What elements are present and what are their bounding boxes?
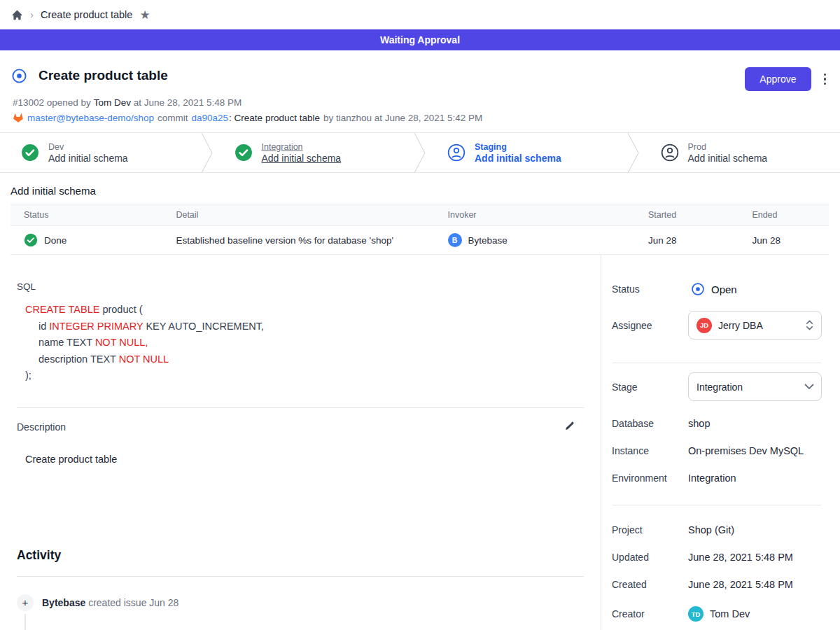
updated-label: Updated — [612, 552, 688, 563]
environment-label: Environment — [612, 472, 688, 484]
environment-row: Environment Integration — [612, 472, 822, 484]
issue-id-opened: #13002 opened by — [13, 97, 91, 108]
activity-actor: Bytebase — [42, 597, 85, 608]
task-invoker-text: Bytebase — [468, 235, 507, 246]
stage-task-label: Add initial schema — [688, 153, 768, 164]
activity-action: created issue Jun 28 — [88, 597, 178, 608]
task-ended-text: Jun 28 — [738, 226, 829, 255]
section-divider — [17, 407, 584, 408]
commit-hash-link[interactable]: da90a25 — [192, 113, 229, 123]
col-status: Status — [10, 204, 162, 226]
assignee-avatar: JD — [696, 318, 712, 333]
creator-value: Tom Dev — [710, 608, 750, 620]
stage-task-label: Add initial schema — [262, 153, 342, 164]
stage-done-check-icon — [21, 144, 39, 162]
task-panel: Add initial schema Status Detail Invoker… — [0, 173, 840, 255]
approval-banner: Waiting Approval — [0, 29, 840, 50]
updated-value: June 28, 2021 5:48 PM — [688, 552, 793, 563]
assignee-select[interactable]: JD Jerry DBA — [688, 311, 822, 340]
stage-pending-user-icon — [447, 144, 465, 162]
creator-label: Creator — [612, 608, 688, 620]
project-label: Project — [612, 524, 688, 536]
status-row: Status Open — [612, 282, 822, 296]
task-table-row: Done Established baseline version %s for… — [10, 226, 829, 255]
issue-author: Tom Dev — [94, 97, 131, 108]
col-started: Started — [635, 204, 738, 226]
assignee-value: Jerry DBA — [718, 320, 763, 331]
task-detail-text: Established baseline version %s for data… — [162, 226, 434, 255]
database-value: shop — [688, 418, 710, 429]
breadcrumb-current: Create product table — [41, 9, 132, 20]
created-label: Created — [612, 579, 688, 590]
home-icon[interactable] — [11, 9, 23, 21]
created-value: June 28, 2021 5:48 PM — [688, 579, 793, 590]
sidebar-divider — [612, 363, 822, 363]
sql-label: SQL — [17, 281, 584, 292]
stage-done-check-icon — [234, 144, 253, 162]
assignee-row: Assignee JD Jerry DBA — [612, 311, 822, 340]
stage-row: Stage Integration — [612, 372, 822, 401]
edit-pencil-icon[interactable] — [564, 420, 575, 435]
stage-task-label: Add initial schema — [48, 153, 128, 164]
sidebar-divider — [612, 505, 822, 505]
instance-row: Instance On-premises Dev MySQL — [612, 445, 822, 456]
stage-env-label: Dev — [48, 142, 128, 152]
activity-divider — [17, 576, 584, 577]
issue-opened-at: at June 28, 2021 5:48 PM — [134, 97, 242, 108]
pipeline-stage-integration[interactable]: Integration Add initial schema — [214, 133, 414, 172]
environment-value: Integration — [688, 472, 736, 484]
gitlab-icon — [13, 113, 24, 123]
commit-byline: by tianzhou at June 28, 2021 5:42 PM — [323, 113, 482, 123]
pipeline-stage-bar: Dev Add initial schema Integration Add i… — [0, 132, 840, 173]
chevron-down-icon — [804, 384, 814, 390]
issue-open-status-icon — [11, 68, 27, 84]
instance-label: Instance — [612, 445, 688, 456]
commit-label: commit — [158, 113, 188, 123]
page-title: Create product table — [38, 68, 168, 83]
created-row: Created June 28, 2021 5:48 PM — [612, 579, 822, 590]
activity-item: + Bytebase created issue Jun 28 — [17, 594, 584, 611]
plus-icon: + — [17, 594, 34, 611]
stage-separator — [627, 133, 640, 173]
issue-sidebar: Status Open Assignee JD Jerry DBA — [601, 255, 840, 630]
instance-value: On-premises Dev MySQL — [688, 445, 804, 456]
col-ended: Ended — [738, 204, 829, 226]
issue-header: Create product table Approve #13002 open… — [0, 50, 840, 132]
task-started-text: Jun 28 — [635, 226, 738, 255]
stage-separator — [414, 133, 426, 173]
stage-separator — [201, 133, 214, 173]
stage-env-label: Prod — [688, 142, 768, 152]
pipeline-stage-prod[interactable]: Prod Add initial schema — [640, 133, 840, 172]
commit-message: : Create product table — [229, 113, 320, 123]
database-label: Database — [612, 418, 688, 429]
status-open-icon — [691, 282, 705, 296]
task-table-header-row: Status Detail Invoker Started Ended — [10, 204, 829, 226]
stage-env-label: Integration — [262, 142, 342, 152]
sql-code: CREATE TABLE product (id INTEGER PRIMARY… — [25, 302, 584, 384]
issue-meta: #13002 opened by Tom Dev at June 28, 202… — [13, 97, 829, 108]
pipeline-stage-staging[interactable]: Staging Add initial schema — [426, 133, 627, 172]
assignee-label: Assignee — [612, 320, 688, 331]
kebab-menu-icon[interactable] — [821, 71, 830, 88]
stage-label: Stage — [612, 382, 688, 393]
project-row: Project Shop (Git) — [612, 524, 822, 536]
approve-button[interactable]: Approve — [745, 67, 811, 91]
project-value: Shop (Git) — [688, 524, 734, 536]
col-invoker: Invoker — [435, 204, 635, 226]
main-panel: SQL CREATE TABLE product (id INTEGER PRI… — [0, 255, 601, 630]
stage-env-label: Staging — [475, 142, 561, 152]
breadcrumb: › Create product table ★ — [0, 0, 840, 29]
stage-value: Integration — [696, 382, 743, 393]
app-window: › Create product table ★ Waiting Approva… — [0, 0, 840, 630]
commit-ref-link[interactable]: master@bytebase-demo/shop — [27, 113, 154, 123]
status-label: Status — [612, 284, 688, 295]
task-table: Status Detail Invoker Started Ended Done… — [10, 204, 829, 255]
favorite-star-icon[interactable]: ★ — [139, 8, 150, 22]
pipeline-stage-dev[interactable]: Dev Add initial schema — [0, 133, 201, 172]
status-value: Open — [711, 284, 737, 295]
task-panel-heading: Add initial schema — [10, 185, 830, 197]
creator-row: Creator TD Tom Dev — [612, 606, 822, 622]
commit-info: master@bytebase-demo/shop commit da90a25… — [13, 113, 829, 123]
stage-select[interactable]: Integration — [688, 372, 822, 401]
stage-task-label: Add initial schema — [475, 153, 561, 164]
